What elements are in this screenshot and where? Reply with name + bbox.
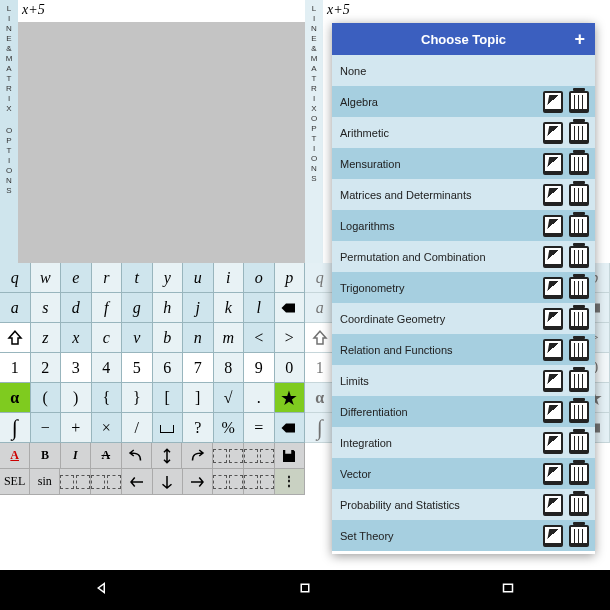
topic-algebra[interactable]: Algebra bbox=[332, 86, 595, 117]
edit-icon[interactable] bbox=[543, 91, 563, 113]
key-l[interactable]: l bbox=[244, 293, 275, 323]
trash-icon[interactable] bbox=[569, 122, 589, 144]
nav-recent-button[interactable] bbox=[499, 579, 517, 601]
key-j[interactable]: j bbox=[183, 293, 214, 323]
trash-icon[interactable] bbox=[569, 525, 589, 547]
trash-icon[interactable] bbox=[569, 401, 589, 423]
trash-icon[interactable] bbox=[569, 246, 589, 268]
key-∫[interactable]: ∫ bbox=[305, 413, 336, 443]
key-9[interactable]: 9 bbox=[244, 353, 275, 383]
key-★[interactable]: ★ bbox=[275, 383, 306, 413]
edit-icon[interactable] bbox=[543, 370, 563, 392]
tool-□□[interactable] bbox=[244, 443, 275, 469]
key-{[interactable]: { bbox=[92, 383, 123, 413]
key-a[interactable]: a bbox=[305, 293, 336, 323]
topic-coordinate-geometry[interactable]: Coordinate Geometry bbox=[332, 303, 595, 334]
tool-□□[interactable] bbox=[213, 469, 244, 495]
key-⌴[interactable]: ⌴ bbox=[153, 413, 184, 443]
key-⬅[interactable] bbox=[275, 413, 306, 443]
tool-→[interactable] bbox=[183, 469, 213, 495]
tool-↓[interactable] bbox=[153, 469, 183, 495]
edit-icon[interactable] bbox=[543, 308, 563, 330]
key-−[interactable]: − bbox=[31, 413, 62, 443]
key-q[interactable]: q bbox=[305, 263, 336, 293]
trash-icon[interactable] bbox=[569, 339, 589, 361]
key-n[interactable]: n bbox=[183, 323, 214, 353]
key-f[interactable]: f bbox=[92, 293, 123, 323]
key-([interactable]: ( bbox=[31, 383, 62, 413]
key-⬅[interactable] bbox=[275, 293, 306, 323]
edit-icon[interactable] bbox=[543, 215, 563, 237]
key-0[interactable]: 0 bbox=[275, 353, 306, 383]
trash-icon[interactable] bbox=[569, 91, 589, 113]
key-v[interactable]: v bbox=[122, 323, 153, 353]
trash-icon[interactable] bbox=[569, 308, 589, 330]
key-=[interactable]: = bbox=[244, 413, 275, 443]
edit-icon[interactable] bbox=[543, 277, 563, 299]
key-α[interactable]: α bbox=[305, 383, 336, 413]
key-2[interactable]: 2 bbox=[31, 353, 62, 383]
nav-back-button[interactable] bbox=[93, 579, 111, 601]
key-w[interactable]: w bbox=[31, 263, 62, 293]
key-i[interactable]: i bbox=[214, 263, 245, 293]
edit-icon[interactable] bbox=[543, 122, 563, 144]
key-6[interactable]: 6 bbox=[153, 353, 184, 383]
key-p[interactable]: p bbox=[275, 263, 306, 293]
key-t[interactable]: t bbox=[122, 263, 153, 293]
key-<[interactable]: < bbox=[244, 323, 275, 353]
tool-←[interactable] bbox=[122, 469, 152, 495]
edit-icon[interactable] bbox=[543, 339, 563, 361]
key-z[interactable]: z bbox=[31, 323, 62, 353]
edit-icon[interactable] bbox=[543, 494, 563, 516]
tool-□□[interactable] bbox=[244, 469, 275, 495]
tool-SEL[interactable]: SEL bbox=[0, 469, 30, 495]
topic-differentiation[interactable]: Differentiation bbox=[332, 396, 595, 427]
tool-↷[interactable] bbox=[182, 443, 212, 469]
add-topic-button[interactable]: + bbox=[574, 29, 585, 50]
key-8[interactable]: 8 bbox=[214, 353, 245, 383]
edit-icon[interactable] bbox=[543, 401, 563, 423]
trash-icon[interactable] bbox=[569, 370, 589, 392]
key-d[interactable]: d bbox=[61, 293, 92, 323]
key-r[interactable]: r bbox=[92, 263, 123, 293]
key-q[interactable]: q bbox=[0, 263, 31, 293]
key-⇧[interactable] bbox=[305, 323, 336, 353]
key-)[interactable]: ) bbox=[61, 383, 92, 413]
key-h[interactable]: h bbox=[153, 293, 184, 323]
edit-icon[interactable] bbox=[543, 246, 563, 268]
topic-set-theory[interactable]: Set Theory bbox=[332, 520, 595, 551]
tool-□□[interactable] bbox=[213, 443, 244, 469]
key-7[interactable]: 7 bbox=[183, 353, 214, 383]
key-.[interactable]: . bbox=[244, 383, 275, 413]
topic-mensuration[interactable]: Mensuration bbox=[332, 148, 595, 179]
key-g[interactable]: g bbox=[122, 293, 153, 323]
tool-💾[interactable] bbox=[275, 443, 305, 469]
canvas-area[interactable] bbox=[18, 22, 305, 263]
tool-□□[interactable] bbox=[91, 469, 122, 495]
edit-icon[interactable] bbox=[543, 463, 563, 485]
tool-I[interactable]: I bbox=[61, 443, 91, 469]
key-4[interactable]: 4 bbox=[92, 353, 123, 383]
edit-icon[interactable] bbox=[543, 432, 563, 454]
topic-relation-and-functions[interactable]: Relation and Functions bbox=[332, 334, 595, 365]
trash-icon[interactable] bbox=[569, 153, 589, 175]
key-x[interactable]: x bbox=[61, 323, 92, 353]
key-1[interactable]: 1 bbox=[305, 353, 336, 383]
key-×[interactable]: × bbox=[92, 413, 123, 443]
topic-logarithms[interactable]: Logarithms bbox=[332, 210, 595, 241]
topic-arithmetic[interactable]: Arithmetic bbox=[332, 117, 595, 148]
key-5[interactable]: 5 bbox=[122, 353, 153, 383]
tool-↕[interactable] bbox=[152, 443, 182, 469]
tool-⋮[interactable]: ⋮ bbox=[275, 469, 305, 495]
key-/[interactable]: / bbox=[122, 413, 153, 443]
key-∫[interactable]: ∫ bbox=[0, 413, 31, 443]
key-[[interactable]: [ bbox=[153, 383, 184, 413]
topic-matrices-and-determinants[interactable]: Matrices and Determinants bbox=[332, 179, 595, 210]
key-3[interactable]: 3 bbox=[61, 353, 92, 383]
tool-A[interactable]: A bbox=[0, 443, 30, 469]
key-b[interactable]: b bbox=[153, 323, 184, 353]
edit-icon[interactable] bbox=[543, 184, 563, 206]
key-1[interactable]: 1 bbox=[0, 353, 31, 383]
topic-vector[interactable]: Vector bbox=[332, 458, 595, 489]
key-c[interactable]: c bbox=[92, 323, 123, 353]
